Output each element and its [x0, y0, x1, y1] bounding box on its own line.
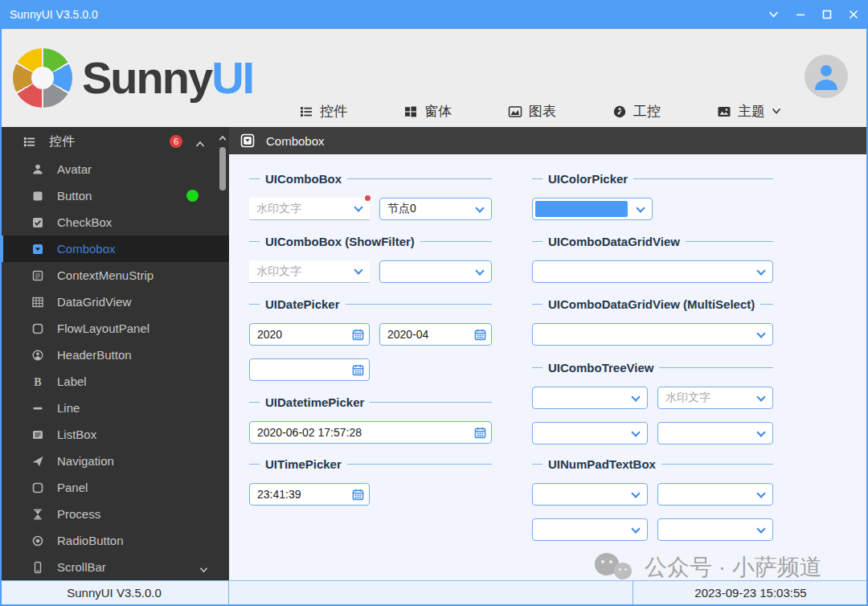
numpad-combo-1[interactable] [532, 483, 648, 506]
numpad-combo-2[interactable] [657, 483, 773, 506]
numpad-combo-4[interactable] [657, 518, 773, 541]
sidebar-item-label: Panel [57, 481, 88, 494]
combodatagrid-combo[interactable] [532, 260, 773, 283]
sidebar-item-flowlayoutpanel[interactable]: FlowLayoutPanel [0, 315, 229, 342]
color-swatch [535, 201, 628, 217]
showfilter-watermark-combo[interactable]: 水印文字 [249, 260, 370, 283]
timepicker-field[interactable]: 23:41:39 [249, 483, 370, 506]
sidebar-items: Avatar Button CheckBox Combobox ContextM… [0, 156, 229, 580]
group-title: UIComboBox (ShowFilter) [265, 235, 415, 248]
nav-item-themes[interactable]: 主题 [717, 102, 781, 121]
nav-item-controls[interactable]: 控件 [299, 102, 347, 121]
close-button[interactable] [840, 0, 866, 29]
logo-text-primary: Sunny [82, 52, 211, 103]
nav-item-forms[interactable]: 窗体 [403, 102, 452, 121]
sidebar-item-listbox[interactable]: ListBox [0, 421, 229, 448]
phone-icon [31, 560, 44, 574]
sidebar-item-label: Navigation [57, 454, 114, 468]
datetimepicker-field[interactable]: 2020-06-02 17:57:28 [249, 421, 492, 444]
group-title: UIComboDataGridView (MultiSelect) [548, 297, 755, 311]
group-uicombotreeview: UIComboTreeView 水印文字 [532, 359, 773, 444]
combodatagrid-multi-combo[interactable] [532, 323, 773, 346]
sidebar-header[interactable]: 控件 6 [0, 127, 229, 156]
chevron-down-icon [756, 329, 765, 338]
menu-strip-icon [31, 268, 44, 282]
sidebar-item-combobox[interactable]: Combobox [0, 235, 229, 262]
app-logo: SunnyUI [13, 48, 253, 108]
sidebar-item-button[interactable]: Button [0, 182, 229, 209]
calendar-icon [474, 427, 486, 441]
chevron-down-icon [354, 203, 362, 211]
sidebar-item-process[interactable]: Process [0, 501, 229, 527]
uicombobox-node-combo[interactable]: 节点0 [379, 198, 492, 220]
sidebar-item-panel[interactable]: Panel [0, 474, 229, 501]
sidebar-item-line[interactable]: Line [0, 395, 229, 421]
combotree-combo-4[interactable] [657, 422, 773, 444]
window-border-left [0, 29, 2, 606]
combotree-combo-2[interactable]: 水印文字 [657, 387, 773, 409]
chevron-down-icon [768, 10, 779, 18]
hourglass-icon [31, 507, 44, 521]
maximize-button[interactable] [813, 0, 840, 29]
checkbox-icon [31, 215, 44, 229]
app-header: SunnyUI 控件 窗体 图表 工控 主题 [0, 29, 868, 127]
collapse-button[interactable] [195, 137, 205, 151]
sidebar-item-label: HeaderButton [57, 348, 132, 362]
showfilter-combo[interactable] [379, 260, 492, 283]
sidebar-item-label: ScrollBar [57, 560, 106, 574]
group-uicombobox: UIComboBox 水印文字 节点0 [249, 170, 492, 220]
uicombobox-watermark-combo[interactable]: 水印文字 [249, 198, 370, 220]
user-avatar[interactable] [805, 55, 848, 98]
nav-label: 工控 [633, 102, 661, 121]
window-dropdown-button[interactable] [760, 0, 787, 29]
datepicker-month[interactable]: 2020-04 [379, 323, 492, 346]
sidebar-item-datagridview[interactable]: DataGridView [0, 289, 229, 315]
combotree-combo-1[interactable] [532, 387, 648, 409]
group-uidatetimepicker: UIDatetimePicker 2020-06-02 17:57:28 [249, 394, 492, 444]
sidebar-item-label: CheckBox [57, 215, 112, 229]
minimize-button[interactable] [787, 0, 813, 29]
chevron-down-icon [631, 392, 640, 401]
combotree-combo-3[interactable] [532, 422, 648, 444]
group-title: UINumPadTextBox [548, 457, 656, 471]
sidebar-item-contextmenustrip[interactable]: ContextMenuStrip [0, 262, 229, 289]
sidebar-item-scrollbar[interactable]: ScrollBar [0, 554, 229, 580]
image-icon [717, 104, 731, 119]
calendar-icon [474, 329, 486, 343]
group-title: UIComboTreeView [548, 361, 653, 375]
nav-item-charts[interactable]: 图表 [508, 102, 556, 121]
datepicker-empty[interactable] [249, 358, 370, 381]
group-title: UIComboBox [265, 172, 342, 186]
sidebar-item-avatar[interactable]: Avatar [0, 156, 229, 182]
chevron-down-icon [631, 524, 640, 533]
logo-ring-icon [13, 48, 72, 108]
sidebar-item-headerbutton[interactable]: HeaderButton [0, 342, 229, 368]
numpad-combo-3[interactable] [532, 518, 648, 541]
nav-item-industrial[interactable]: 工控 [612, 102, 661, 121]
statusbar-datetime: 2023-09-23 15:03:55 [633, 581, 868, 604]
colorpicker-combo[interactable] [532, 198, 653, 220]
group-title: UITimePicker [265, 457, 342, 471]
scroll-more-indicator [199, 562, 208, 575]
group-title: UIDatePicker [265, 297, 340, 311]
group-uinumpadtextbox: UINumPadTextBox [532, 456, 773, 541]
minimize-icon [796, 10, 805, 19]
sidebar-item-checkbox[interactable]: CheckBox [0, 209, 229, 235]
datepicker-year[interactable]: 2020 [249, 323, 370, 346]
group-uitimepicker: UITimePicker 23:41:39 [249, 456, 492, 506]
sidebar-item-label: Line [57, 401, 80, 415]
maximize-icon [822, 10, 832, 19]
sidebar: 控件 6 Avatar Button CheckBox Combobox Co [0, 127, 229, 580]
sidebar-header-label: 控件 [49, 133, 75, 150]
sidebar-item-navigation[interactable]: Navigation [0, 448, 229, 474]
chevron-down-icon [354, 265, 362, 274]
content-area: UIComboBox 水印文字 节点0 UIComboBox (ShowFilt… [229, 154, 868, 580]
panel-outline-icon [31, 321, 44, 335]
windows-icon [403, 104, 418, 119]
sidebar-item-radiobutton[interactable]: RadioButton [0, 527, 229, 554]
sidebar-item-label-control[interactable]: B Label [0, 368, 229, 395]
chevron-down-icon [631, 428, 640, 436]
statusbar-version: SunnyUI V3.5.0.0 [0, 581, 229, 604]
person-icon [813, 63, 839, 92]
gauge-icon [612, 104, 627, 119]
